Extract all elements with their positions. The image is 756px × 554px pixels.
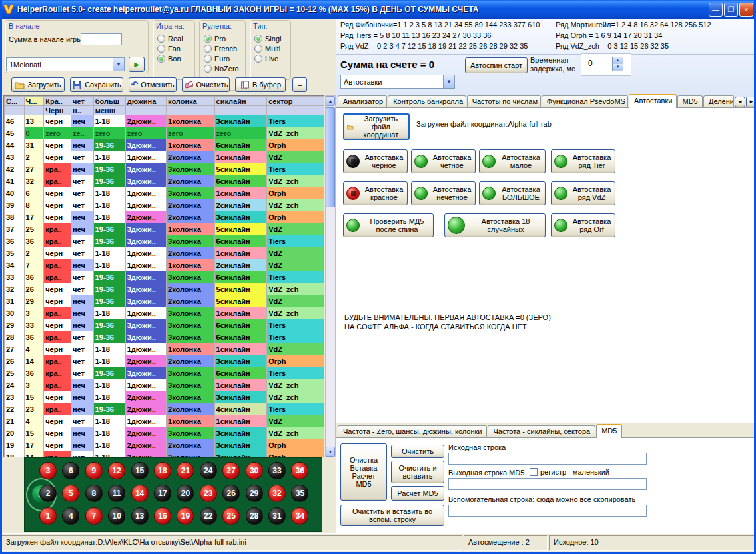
col-header[interactable]: чет [71,97,94,106]
autobet-big-button[interactable]: Автоставка БОЛЬШОЕ [479,181,546,205]
md5-clear-button[interactable]: Очистить [391,445,444,458]
radio-real[interactable]: Real [157,33,183,43]
spin-down-icon[interactable]: ▼ [613,64,623,71]
board-number[interactable]: 16 [154,507,171,525]
load-button[interactable]: Загрузить [11,77,65,92]
table-row[interactable]: 398чернчет1-181дюжи..2колонка2сиклайнVdZ… [5,199,324,211]
table-row[interactable]: 3336кра..чет19-363дюжи..3колонка6сиклайн… [5,271,324,283]
tab-md5[interactable]: MD5 [677,95,703,107]
table-row[interactable]: 4431черннеч19-363дюжи..1колонка6сиклайнO… [5,139,324,151]
board-number[interactable]: 29 [246,485,263,502]
board-number[interactable]: 22 [200,507,217,525]
autobet-red-button[interactable]: Автоставка красное [343,181,408,205]
minimize-button[interactable]: — [709,3,723,17]
autobet-tier-button[interactable]: Автоставка ряд Tier [551,149,615,173]
tab-freq-sixline[interactable]: Частота - сиклайны, сектора [488,425,595,437]
tab-scroll-right-icon[interactable]: ► [746,97,756,107]
col-header[interactable]: сиклайн [214,97,267,106]
col-header[interactable]: Кра.. [44,97,71,106]
table-row[interactable]: 243кра..неч1-181дюжи..3колонка1сиклайнVd… [5,379,324,391]
chevron-down-icon[interactable]: ▼ [443,75,454,88]
delay-value[interactable]: 0 [585,57,612,71]
board-number[interactable]: 7 [85,507,103,525]
table-row[interactable]: 4227кра..неч19-363дюжи..3колонка5сиклайн… [5,163,324,175]
spin-up-icon[interactable]: ▲ [613,57,623,64]
radio-multi[interactable]: Multi [254,43,281,53]
col-header[interactable]: сектор [267,97,324,106]
table-row[interactable]: 432чернчет1-181дюжи..2колонка1сиклайнVdZ [5,151,324,163]
col-header[interactable]: больш [93,97,125,106]
radio-nozero[interactable]: NoZero [204,63,239,73]
table-row[interactable]: 1814кра..чет1-182дюжи..2колонка3сиклайнO… [5,451,324,458]
radio-french[interactable]: French [204,43,239,53]
board-number[interactable]: 12 [108,462,125,479]
board-number[interactable]: 9 [85,462,103,479]
board-number[interactable]: 5 [62,485,79,502]
board-number[interactable]: 2 [39,485,57,502]
delay-spinner[interactable]: 0 ▲ ▼ [585,57,623,71]
start-sum-input[interactable] [81,33,122,45]
autobet-odd-button[interactable]: Автоставка нечетное [411,181,476,205]
board-number[interactable]: 6 [62,462,79,479]
md5-paste-aux-button[interactable]: Очистить и вставить во вспом. строку [340,505,444,526]
radio-bon[interactable]: Bon [157,53,183,63]
undo-button[interactable]: ↶ Отменить [129,77,177,92]
profile-combo[interactable]: 1Melonati ▼ [6,57,125,71]
col-header[interactable]: дюжина [125,97,166,106]
md5-clear-paste-button[interactable]: Очистить и вставить [391,461,444,483]
close-button[interactable]: × [739,3,753,17]
autobet-black-button[interactable]: Автоставка черное [343,149,408,173]
board-number[interactable]: 26 [222,485,240,502]
scroll-up-icon[interactable]: ▲ [326,96,335,106]
table-row[interactable]: 3636кра..чет19-363дюжи..3колонка6сиклайн… [5,235,324,247]
table-scrollbar[interactable]: ▲ ▼ [325,95,336,457]
maximize-button[interactable]: ❐ [724,3,738,17]
col-header[interactable]: С... [5,97,25,106]
board-number[interactable]: 23 [200,485,217,502]
table-row[interactable]: 2614кра..чет1-182дюжи..2колонка3сиклайнO… [5,355,324,367]
load-coords-button[interactable]: Загрузить файл координат [343,113,410,140]
scroll-down-icon[interactable]: ▼ [326,447,335,457]
board-number[interactable]: 33 [268,462,286,479]
md5-block-button[interactable]: Очистка Вставка Расчет MD5 [340,443,387,501]
board-number[interactable]: 14 [131,485,149,502]
out-string-input[interactable] [448,478,647,490]
board-number[interactable]: 32 [268,485,286,502]
radio-singl[interactable]: Singl [254,33,281,43]
table-row[interactable]: 2536кра..чет19-363дюжи..3колонка6сиклайн… [5,367,324,379]
table-row[interactable]: 1917черннеч1-182дюжи..2колонка3сиклайнOr… [5,439,324,451]
board-number[interactable]: 20 [177,485,194,502]
aux-string-input[interactable] [448,505,647,517]
board-number[interactable]: 11 [108,485,125,502]
board-number[interactable]: 28 [246,507,263,525]
board-number[interactable]: 21 [177,462,194,479]
tab-freq-md5[interactable]: MD5 [596,424,622,438]
board-number[interactable]: 31 [268,507,286,525]
board-number[interactable]: 13 [131,507,149,525]
board-number[interactable]: 24 [200,462,217,479]
autobet-18-random-button[interactable]: Автоставка 18 случайных [444,213,546,237]
src-string-input[interactable] [448,453,647,465]
tab-scroll-left-icon[interactable]: ◄ [735,97,745,107]
table-row[interactable]: 347кра..неч1-181дюжи..1колонка2сиклайнVd… [5,259,324,271]
register-checkbox[interactable]: регистр - маленький [530,468,609,476]
table-row[interactable]: 2223кра..неч19-362дюжи..2колонка4сиклайн… [5,403,324,415]
table-row[interactable]: 4613черннеч1-182дюжи..1колонка3сиклайнTi… [5,115,324,127]
col-header[interactable]: колонка [167,97,215,106]
tab-frequencies[interactable]: Частоты по числам [467,95,541,107]
tab-bankroll[interactable]: Контроль банкролла [388,95,466,107]
table-row[interactable]: 274чернчет1-181дюжи..1колонка1сиклайнVdZ [5,343,324,355]
board-number[interactable]: 25 [222,507,240,525]
autobets-combo[interactable]: Автоставки ▼ [340,75,455,89]
autobet-vdz-button[interactable]: Автоставка ряд VdZ [551,181,615,205]
board-number[interactable]: 3 [39,462,57,479]
table-row[interactable]: 2015черннеч1-182дюжи..3колонка3сиклайнVd… [5,427,324,439]
table-row[interactable]: 303кра..неч1-181дюжи..3колонка1сиклайнVd… [5,307,324,319]
radio-live[interactable]: Live [254,53,281,63]
board-number[interactable]: 30 [246,462,263,479]
board-number[interactable]: 10 [108,507,125,525]
table-row[interactable]: 3817черннеч1-182дюжи..2колонка3сиклайнOr… [5,211,324,223]
tab-psevdoms[interactable]: Функционал PsevdoMS [542,95,628,107]
autobet-orf-button[interactable]: Автоставка ряд Orf [551,213,615,237]
table-row[interactable]: 450zeroze..zerozerozerozeroVdZ_zch [5,127,324,139]
